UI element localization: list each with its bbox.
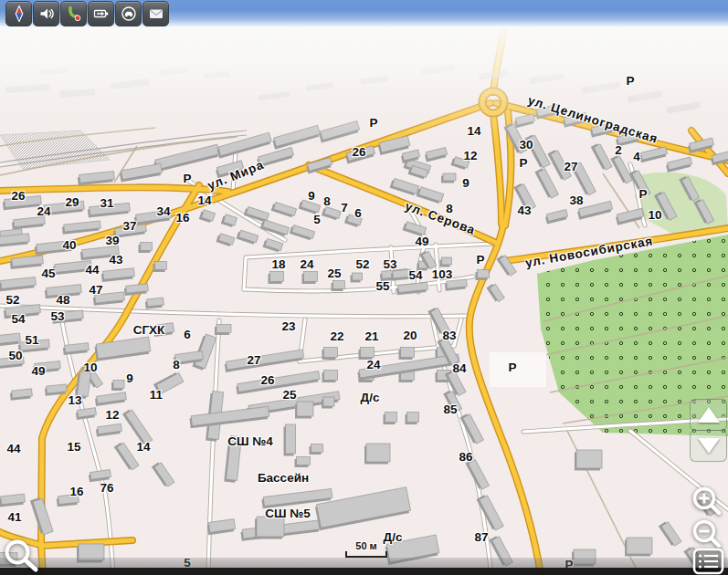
traffic-button[interactable]	[115, 1, 142, 26]
down-arrow-icon	[698, 438, 720, 454]
compass-icon	[11, 5, 27, 22]
status-toolbar	[0, 0, 728, 27]
volume-button[interactable]	[33, 1, 59, 26]
menu-list-icon	[691, 548, 726, 575]
zoom-in-button[interactable]	[690, 485, 726, 519]
mail-icon	[148, 5, 164, 22]
gps-signal-icon	[66, 5, 82, 22]
volume-icon	[38, 5, 55, 22]
horizon-haze	[0, 27, 728, 146]
search-button[interactable]	[2, 538, 44, 575]
battery-icon	[93, 5, 110, 22]
bottom-bar-edge	[0, 568, 728, 575]
navigator-window: РР26141230Р2724Р38109843Р141634987652629…	[0, 0, 728, 575]
pan-up-button[interactable]	[690, 399, 727, 431]
scale-label: 50 м	[345, 540, 387, 551]
parking-lot	[490, 352, 546, 387]
scale-bar: 50 м	[345, 540, 387, 558]
magnifier-icon	[2, 538, 44, 575]
battery-button[interactable]	[88, 1, 114, 26]
gps-button[interactable]	[60, 1, 87, 26]
traffic-car-icon	[121, 5, 137, 22]
pan-down-button[interactable]	[690, 430, 727, 462]
map-canvas[interactable]	[0, 0, 728, 575]
menu-button[interactable]	[691, 548, 726, 575]
zoom-in-icon	[690, 485, 726, 519]
up-arrow-icon	[698, 407, 720, 423]
compass-button[interactable]	[5, 1, 32, 26]
scale-rule	[345, 551, 387, 558]
messages-button[interactable]	[142, 1, 169, 26]
